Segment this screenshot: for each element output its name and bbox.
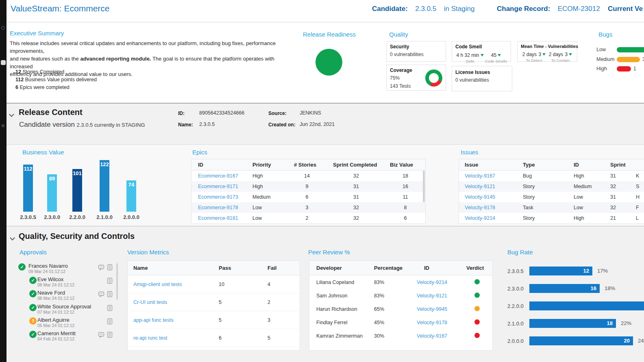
code-smell-count-label: Code Smells xyxy=(485,59,507,63)
candidate-version-subtitle: Candidate version 2.3.0.5 currently in S… xyxy=(19,121,145,129)
issue-id-link[interactable]: Velocity-9145 xyxy=(459,192,518,202)
business-value-bar: 101 xyxy=(72,169,82,212)
page-title: ValueStream: Ecommerce xyxy=(11,4,110,13)
epic-id-link[interactable]: Ecommerce-9181 xyxy=(191,213,246,223)
meta-id-label: ID: xyxy=(178,111,185,116)
mean-time-detect-label: To Detect xyxy=(521,58,547,63)
bug-rate-value-label: 18 xyxy=(607,320,613,326)
document-icon[interactable] xyxy=(107,264,113,271)
bug-severity-row: Medium3 xyxy=(596,56,644,63)
issue-owner-truncated: F xyxy=(634,202,644,213)
comment-icon[interactable] xyxy=(98,291,104,297)
test-name-link[interactable]: Amqp-client unit tests xyxy=(128,279,214,290)
license-issues-card: License Issues 0 vulnerabilities xyxy=(452,66,512,91)
bug-severity-label: Low xyxy=(596,47,606,52)
left-nav-strip[interactable] xyxy=(0,0,7,362)
issues-table: Issue Type ID Sprint Velocity-9167BugHig… xyxy=(459,159,644,224)
issue-id-link[interactable]: Velocity-9178 xyxy=(459,202,518,213)
review-percentage: 83% xyxy=(369,277,412,288)
comment-icon[interactable] xyxy=(98,332,104,338)
approver-name: Neave Ford xyxy=(37,290,65,296)
test-name-link[interactable]: re-api runc test xyxy=(128,333,214,343)
table-row: Findlay Ferrel45%Velocity-9178 xyxy=(309,316,492,329)
bug-rate-bar: 18 xyxy=(529,319,616,328)
comment-icon[interactable] xyxy=(98,264,104,271)
document-icon[interactable] xyxy=(107,318,113,325)
epic-id-link[interactable]: Ecommerce-9167 xyxy=(191,171,246,181)
approval-item: ✓Cameron Merritt04 Feb 24 01:12:12 xyxy=(16,331,119,344)
mean-time-contain-label: To Contain xyxy=(547,58,574,63)
document-icon[interactable] xyxy=(107,305,113,311)
epic-stories: 3 xyxy=(286,202,328,213)
candidate-version: 2.3.0.5 xyxy=(415,5,436,13)
col-id: ID xyxy=(566,159,603,170)
bar-category-label: 2.1.0.0 xyxy=(100,214,109,220)
test-fail-count: 4 xyxy=(266,279,300,290)
meta-source-value: JENKINS xyxy=(300,110,321,116)
document-icon[interactable] xyxy=(107,291,113,297)
bug-rate-bar: 20 xyxy=(529,336,633,345)
document-icon[interactable] xyxy=(107,332,113,338)
col-sprint: Sprint xyxy=(603,159,634,170)
summary-stat: 112 Business Value points delivered xyxy=(15,76,97,84)
bug-rate-title: Bug Rate xyxy=(507,249,533,256)
approval-item: ✓Neave Ford08 Mar 24 01:12:12 xyxy=(16,290,119,303)
col-fail: Fail xyxy=(266,262,300,273)
issue-id-link[interactable]: Velocity-9214 xyxy=(459,213,518,223)
change-record-value[interactable]: ECOM-23012 xyxy=(558,5,600,13)
table-row: Velocity-9178TaskLow32F xyxy=(459,202,644,213)
review-id-link[interactable]: Velocity-9214 xyxy=(412,277,465,288)
security-card-title: Security xyxy=(387,41,446,50)
test-name-link[interactable]: Cr-UI unit tests xyxy=(128,297,214,308)
epic-stories: 2 xyxy=(286,213,328,223)
security-card: Security 0 vulnerabilities xyxy=(386,41,446,62)
code-smell-card-title: Code Smell xyxy=(452,41,511,50)
review-percentage: 65% xyxy=(369,304,412,314)
review-id-link[interactable]: Velocity-9178 xyxy=(412,317,465,328)
epic-id-link[interactable]: Ecommerce-9171 xyxy=(191,181,246,192)
nav-logo-icon[interactable] xyxy=(1,26,5,30)
test-pass-count: 10 xyxy=(214,279,266,290)
license-card-value: 0 vulnerabilities xyxy=(452,75,512,83)
issue-id-link[interactable]: Velocity-9167 xyxy=(459,171,518,181)
verdict-dot xyxy=(474,319,480,325)
pending-question-icon: ? xyxy=(29,317,37,325)
nav-panel-icon[interactable] xyxy=(1,60,6,65)
review-id-link[interactable]: Velocity-9121 xyxy=(412,290,465,301)
business-value-title: Business Value xyxy=(22,149,64,156)
version-metrics-table: Name Pass Fail Amqp-client unit tests104… xyxy=(127,260,300,351)
issue-sprint: 31 xyxy=(603,171,634,181)
bugs-title: Bugs xyxy=(598,31,612,38)
bug-rate-value-label: 20 xyxy=(624,338,630,344)
approved-check-icon: ✓ xyxy=(29,304,37,311)
bug-severity-value: 1 xyxy=(633,66,636,72)
issue-owner-truncated: L xyxy=(634,213,644,223)
epics-scrollbar[interactable] xyxy=(423,171,425,202)
issue-id-link[interactable]: Velocity-9121 xyxy=(459,181,518,192)
review-id-link[interactable]: Velocity-9945 xyxy=(412,304,465,314)
col-pass: Pass xyxy=(214,262,266,273)
release-readiness-status-indicator xyxy=(315,49,342,76)
verdict-dot xyxy=(474,306,480,311)
epic-id-link[interactable]: Ecommerce-9173 xyxy=(191,192,246,202)
col-sprint-completed: Sprint Completed xyxy=(328,159,385,170)
approver-name: Frances Navarro xyxy=(28,263,68,269)
bug-rate-percent-label: 22% xyxy=(621,320,631,326)
coverage-donut-chart xyxy=(425,69,442,87)
business-value-bar: 74 xyxy=(126,180,136,212)
mean-time-contain-value: 2 days xyxy=(549,52,563,57)
peer-review-header: Developer Percentage ID Verdict xyxy=(309,261,492,275)
review-id-link[interactable]: Velocity-9167 xyxy=(412,331,465,341)
table-row: Velocity-9167BugHigh31K xyxy=(459,171,644,181)
trend-down-icon xyxy=(542,53,546,56)
document-icon[interactable] xyxy=(107,277,113,284)
test-name-link[interactable]: app-api func tests xyxy=(128,315,214,325)
summary-line1: This release includes several critical u… xyxy=(10,40,276,54)
approvals-scrollbar[interactable] xyxy=(116,263,118,300)
bug-severity-value: 3 xyxy=(642,56,644,62)
subtitle-main: Candidate version xyxy=(19,121,75,128)
approver-name: Cameron Merritt xyxy=(37,330,76,336)
table-row: re-api runc test65 xyxy=(128,329,300,347)
epic-id-link[interactable]: Ecommerce-9178 xyxy=(191,202,246,213)
mean-time-detect-value: 2 days xyxy=(522,52,537,57)
